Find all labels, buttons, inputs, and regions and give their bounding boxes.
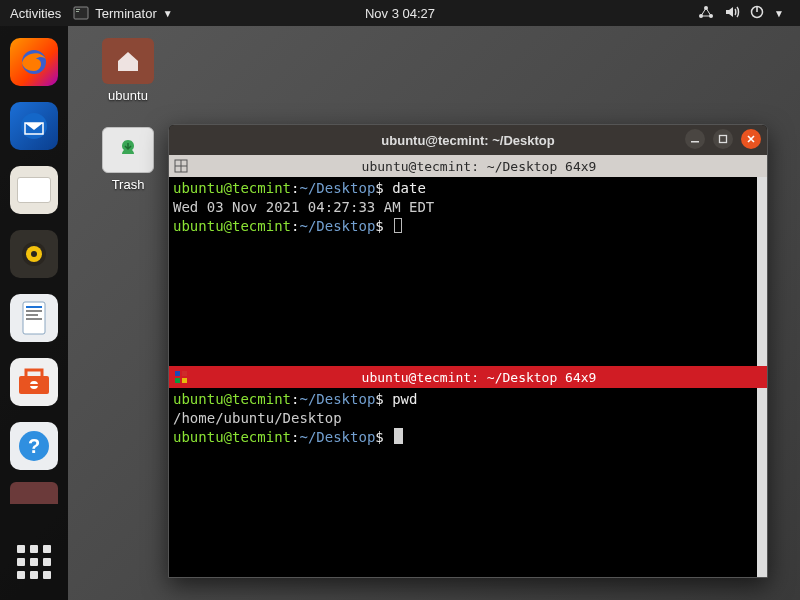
terminator-icon xyxy=(73,5,89,21)
svg-rect-31 xyxy=(175,378,180,383)
clock[interactable]: Nov 3 04:27 xyxy=(365,6,435,21)
svg-rect-17 xyxy=(26,314,38,316)
cursor-icon xyxy=(394,218,402,233)
desktop-icon-label: Trash xyxy=(112,177,145,192)
terminal-pane-top[interactable]: ubuntu@tecmint:~/Desktop$ date Wed 03 No… xyxy=(169,177,767,366)
dock-files[interactable] xyxy=(10,166,58,214)
svg-rect-2 xyxy=(76,11,79,12)
svg-point-13 xyxy=(31,251,37,257)
split-layout-icon xyxy=(173,158,189,174)
terminal-output: Wed 03 Nov 2021 04:27:33 AM EDT xyxy=(173,198,763,217)
pane-header-bottom[interactable]: ubuntu@tecmint: ~/Desktop 64x9 xyxy=(169,366,767,388)
dock-drawer[interactable] xyxy=(10,482,58,504)
svg-rect-16 xyxy=(26,310,42,312)
window-title: ubuntu@tecmint: ~/Desktop xyxy=(381,133,554,148)
pane-title: ubuntu@tecmint: ~/Desktop 64x9 xyxy=(195,159,763,174)
volume-icon[interactable] xyxy=(724,5,740,22)
activities-button[interactable]: Activities xyxy=(10,6,61,21)
close-button[interactable] xyxy=(741,129,761,149)
terminal-output: /home/ubuntu/Desktop xyxy=(173,409,763,428)
scrollbar[interactable] xyxy=(757,177,767,366)
svg-rect-29 xyxy=(175,371,180,376)
pane-title: ubuntu@tecmint: ~/Desktop 64x9 xyxy=(195,370,763,385)
dock: ? xyxy=(0,26,68,600)
dock-rhythmbox[interactable] xyxy=(10,230,58,278)
dock-libreoffice[interactable] xyxy=(10,294,58,342)
svg-rect-7 xyxy=(756,6,758,12)
svg-rect-15 xyxy=(26,306,42,308)
svg-rect-32 xyxy=(182,378,187,383)
dock-thunderbird[interactable] xyxy=(10,102,58,150)
window-titlebar[interactable]: ubuntu@tecmint: ~/Desktop xyxy=(169,125,767,155)
svg-rect-0 xyxy=(74,7,88,19)
terminator-split: ubuntu@tecmint: ~/Desktop 64x9 ubuntu@te… xyxy=(169,155,767,577)
desktop-icon-trash[interactable]: Trash xyxy=(92,127,164,192)
desktop-icon-home[interactable]: ubuntu xyxy=(92,38,164,103)
pane-header-top[interactable]: ubuntu@tecmint: ~/Desktop 64x9 xyxy=(169,155,767,177)
desktop-root: Activities Terminator ▼ Nov 3 04:27 ▼ xyxy=(0,0,800,600)
dock-software[interactable] xyxy=(10,358,58,406)
desktop-icon-label: ubuntu xyxy=(108,88,148,103)
scrollbar[interactable] xyxy=(757,388,767,577)
terminator-window[interactable]: ubuntu@tecmint: ~/Desktop ubuntu@tec xyxy=(168,124,768,578)
svg-rect-25 xyxy=(720,136,727,143)
svg-rect-18 xyxy=(26,318,42,320)
system-menu-chevron-icon[interactable]: ▼ xyxy=(774,8,784,19)
app-menu[interactable]: Terminator ▼ xyxy=(73,5,172,21)
network-icon[interactable] xyxy=(698,5,714,22)
show-applications-button[interactable] xyxy=(10,538,58,586)
svg-rect-1 xyxy=(76,9,80,10)
top-panel: Activities Terminator ▼ Nov 3 04:27 ▼ xyxy=(0,0,800,26)
svg-rect-21 xyxy=(29,384,39,386)
minimize-button[interactable] xyxy=(685,129,705,149)
maximize-button[interactable] xyxy=(713,129,733,149)
app-menu-label: Terminator xyxy=(95,6,156,21)
svg-text:?: ? xyxy=(28,435,40,457)
power-icon[interactable] xyxy=(750,5,764,22)
desktop-icons: ubuntu Trash xyxy=(92,38,164,192)
svg-rect-24 xyxy=(691,141,699,143)
cursor-icon xyxy=(394,428,403,444)
dock-firefox[interactable] xyxy=(10,38,58,86)
dock-help[interactable]: ? xyxy=(10,422,58,470)
terminal-pane-bottom[interactable]: ubuntu@tecmint:~/Desktop$ pwd /home/ubun… xyxy=(169,388,767,577)
chevron-down-icon: ▼ xyxy=(163,8,173,19)
split-layout-icon xyxy=(173,369,189,385)
svg-rect-30 xyxy=(182,371,187,376)
